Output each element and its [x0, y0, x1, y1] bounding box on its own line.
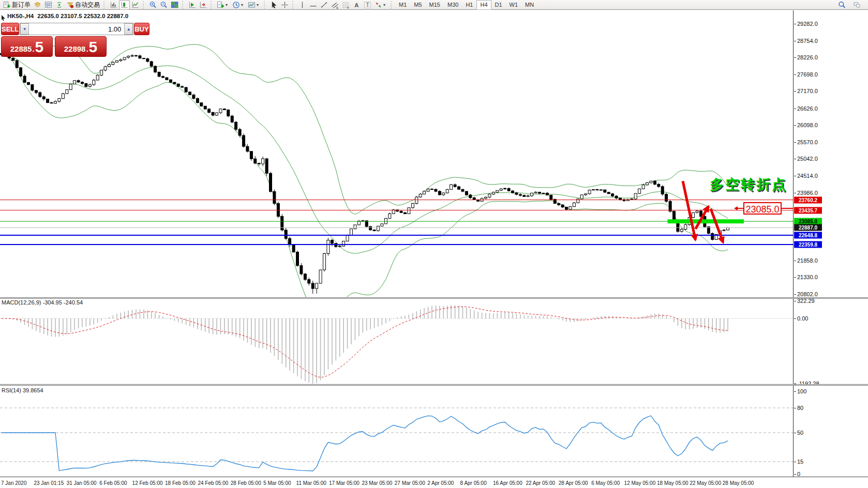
- time-axis-label: 6 May 05:00: [591, 480, 620, 486]
- timeframe-button-mn[interactable]: MN: [521, 0, 537, 10]
- arrows-tool-button[interactable]: [373, 0, 388, 10]
- main-price-chart[interactable]: [0, 10, 793, 298]
- volume-decrease-button[interactable]: ▼: [20, 23, 29, 35]
- timeframe-button-h4[interactable]: H4: [476, 0, 491, 10]
- timeframe-button-m5[interactable]: M5: [410, 0, 425, 10]
- toolbar-separator: [103, 1, 106, 9]
- time-axis-label: 18 May 05:00: [657, 480, 689, 486]
- periods-button[interactable]: [231, 0, 246, 10]
- svg-text:F: F: [347, 6, 349, 8]
- fibonacci-tool-button[interactable]: F: [340, 0, 351, 10]
- price-tag: 22648.8: [794, 232, 822, 239]
- dropdown-caret-icon[interactable]: [257, 3, 260, 7]
- new-order-button-label: 新订单: [12, 1, 31, 9]
- text-a-icon: A: [353, 1, 361, 9]
- price-callout-label[interactable]: 23085.0: [743, 202, 782, 215]
- price-tag: 22887.0: [794, 224, 822, 231]
- timeframe-button-m30[interactable]: M30: [444, 0, 462, 10]
- candle-chart-icon: [121, 1, 128, 9]
- market-window-icon: [44, 1, 52, 9]
- label-tool-button[interactable]: T: [362, 0, 373, 10]
- svg-text:E: E: [336, 6, 338, 8]
- macd-indicator-label: MACD(12,26,9) -304.95 -240.54: [2, 299, 83, 306]
- line-chart-button[interactable]: [130, 0, 141, 10]
- timeframe-button-d1[interactable]: D1: [491, 0, 506, 10]
- sell-button[interactable]: SELL: [1, 23, 19, 35]
- vline-icon: [298, 1, 306, 9]
- price-tag: 23435.7: [794, 207, 822, 213]
- rsi-pane[interactable]: [0, 386, 793, 477]
- price-axis-tick: 24514.0: [797, 173, 818, 179]
- bar-chart-icon: [110, 1, 117, 9]
- vertical-line-tool-button[interactable]: [297, 0, 308, 10]
- candlestick-chart-button[interactable]: [119, 0, 130, 10]
- buy-price-panel[interactable]: 22898.5: [55, 36, 107, 57]
- templates-button[interactable]: [246, 0, 262, 10]
- time-axis-label: 6 Feb 05:00: [99, 480, 127, 486]
- rsi-indicator-label: RSI(14) 39.8654: [2, 387, 43, 393]
- horizontal-line-tool-button[interactable]: [308, 0, 319, 10]
- search-button[interactable]: [836, 0, 847, 10]
- text-t-icon: T: [364, 1, 371, 9]
- volume-input[interactable]: [29, 23, 124, 35]
- price-axis-tick: 27170.0: [797, 88, 818, 94]
- pane-separator[interactable]: [0, 384, 868, 386]
- pane-separator[interactable]: [0, 297, 868, 299]
- line-chart-icon: [131, 1, 139, 9]
- cursor-icon: [270, 1, 278, 9]
- toolbar-separator: [182, 1, 185, 9]
- chart-pointer-icon: [1, 13, 6, 23]
- timeframe-button-m15[interactable]: M15: [426, 0, 444, 10]
- buy-price-dot: .: [86, 44, 88, 53]
- dropdown-caret-icon[interactable]: [226, 3, 229, 7]
- trendline-tool-button[interactable]: [319, 0, 330, 10]
- search-icon: [838, 1, 846, 9]
- time-axis-label: 24 Feb 05:00: [198, 480, 228, 486]
- chart-symbol-period: HK50-,H4: [7, 13, 34, 19]
- channel-tool-button[interactable]: E: [330, 0, 340, 10]
- price-tag: 23760.2: [794, 196, 822, 203]
- price-axis-tick: 27698.0: [797, 71, 818, 78]
- turning-point-annotation: 多空转折点: [710, 175, 787, 194]
- tile-windows-button[interactable]: [169, 0, 180, 10]
- zoom-out-button[interactable]: [158, 0, 169, 10]
- market-depth-button[interactable]: [32, 0, 43, 10]
- chart-ohlc-values: 22635.0 23107.5 22532.0 22887.0: [37, 13, 128, 19]
- price-axis-tick: 28226.0: [797, 54, 818, 60]
- sell-price-int: 22885: [10, 44, 32, 53]
- toolbar-separator: [391, 1, 393, 9]
- macd-pane[interactable]: [0, 299, 793, 384]
- indicators-button[interactable]: [215, 0, 231, 10]
- sell-price-panel[interactable]: 22885.5: [1, 36, 53, 57]
- volume-increase-button[interactable]: ▲: [124, 23, 133, 35]
- auto-trading-button[interactable]: 自动交易: [65, 0, 101, 10]
- bar-chart-button[interactable]: [108, 0, 119, 10]
- channel-icon: E: [331, 1, 339, 9]
- signals-button[interactable]: [54, 0, 65, 10]
- timeframe-button-w1[interactable]: W1: [506, 0, 522, 10]
- auto-scroll-button[interactable]: [187, 0, 198, 10]
- data-window-button[interactable]: [43, 0, 54, 10]
- time-axis-label: 22 Apr 05:00: [526, 480, 555, 486]
- time-axis-label: 23 Jan 01:15: [34, 480, 64, 486]
- clock-icon: [232, 1, 240, 9]
- chat-button[interactable]: [851, 0, 862, 10]
- auto-trading-icon: [66, 1, 74, 9]
- macd-axis-tick: -1192.28: [797, 380, 819, 387]
- text-tool-button[interactable]: A: [351, 0, 362, 10]
- dropdown-caret-icon[interactable]: [241, 3, 245, 7]
- timeframe-button-h1[interactable]: H1: [462, 0, 476, 10]
- buy-button[interactable]: BUY: [134, 23, 149, 35]
- new-order-button[interactable]: 新订单: [2, 0, 32, 10]
- timeframe-button-m1[interactable]: M1: [395, 0, 410, 10]
- price-axis-tick: 25042.0: [797, 156, 818, 162]
- zoom-in-button[interactable]: [147, 0, 158, 10]
- time-axis-label: 8 Apr 05:00: [460, 480, 487, 486]
- crosshair-tool-button[interactable]: [279, 0, 290, 10]
- dropdown-caret-icon[interactable]: [383, 3, 387, 7]
- rsi-axis-tick: 100: [797, 388, 806, 394]
- chart-shift-button[interactable]: [198, 0, 208, 10]
- chip-icon: [34, 1, 41, 9]
- cursor-tool-button[interactable]: [268, 0, 279, 10]
- svg-text:T: T: [366, 2, 370, 8]
